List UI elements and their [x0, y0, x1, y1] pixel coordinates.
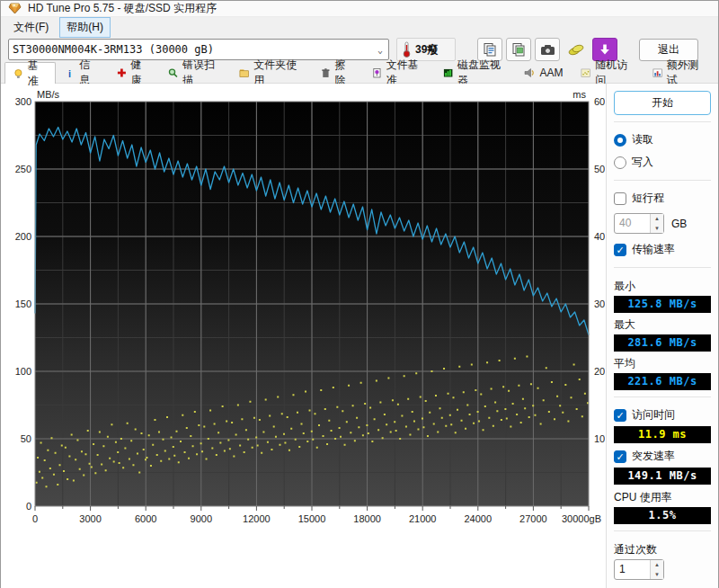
- max-label: 最大: [614, 317, 711, 333]
- arrow-down-icon[interactable]: ▼: [651, 570, 663, 580]
- svg-text:30000gB: 30000gB: [562, 513, 601, 524]
- temperature-value: 39癈: [415, 42, 438, 58]
- short-stroke-option[interactable]: ✓ 短行程: [614, 191, 711, 206]
- tab-info[interactable]: i信息: [56, 61, 107, 83]
- short-stroke-checkbox[interactable]: ✓: [614, 192, 626, 205]
- min-value: 125.8 MB/s: [614, 296, 711, 313]
- access-time-label: 访问时间: [632, 407, 675, 423]
- svg-text:0: 0: [26, 501, 31, 512]
- copy-image-button[interactable]: [506, 38, 531, 61]
- svg-text:250: 250: [15, 164, 31, 174]
- save-button[interactable]: [564, 38, 589, 61]
- access-time-value: 11.9 ms: [614, 426, 711, 443]
- tab-health[interactable]: 健康: [108, 61, 159, 83]
- svg-text:MB/s: MB/s: [37, 89, 60, 100]
- svg-text:24000: 24000: [465, 513, 493, 524]
- burst-rate-checkbox[interactable]: ✓: [614, 450, 626, 463]
- avg-value: 221.6 MB/s: [614, 373, 711, 390]
- menu-bar: 文件(F) 帮助(H): [1, 17, 718, 38]
- download-arrow-icon: [599, 43, 611, 56]
- read-option[interactable]: 读取: [614, 132, 711, 147]
- pass-count-stepper-arrows[interactable]: ▲▼: [650, 560, 663, 579]
- copy-text-icon: [483, 42, 497, 57]
- avg-label: 平均: [614, 356, 711, 371]
- arrow-up-icon[interactable]: ▲: [651, 560, 663, 570]
- svg-text:40: 40: [594, 231, 605, 242]
- svg-text:100: 100: [15, 366, 31, 377]
- access-time-option[interactable]: ✓ 访问时间: [614, 407, 711, 423]
- copy-image-icon: [511, 42, 526, 57]
- tab-benchmark[interactable]: 基准: [4, 62, 56, 84]
- capacity-value: 40: [615, 214, 650, 233]
- read-radio[interactable]: [614, 134, 626, 147]
- title-bar: HD Tune Pro 5.75 - 硬盘/SSD 实用程序: [1, 1, 718, 17]
- tab-error-scan[interactable]: 错误扫描: [159, 61, 230, 83]
- drive-select-value: ST30000NM004K-3RM133 (30000 gB): [13, 43, 376, 56]
- tab-aam[interactable]: AAM: [515, 61, 572, 83]
- short-stroke-label: 短行程: [632, 191, 664, 206]
- menu-help[interactable]: 帮助(H): [59, 17, 111, 38]
- max-value: 281.6 MB/s: [614, 334, 711, 352]
- tab-disk-monitor[interactable]: 磁盘监视器: [434, 61, 515, 83]
- pass-count-label: 通过次数: [614, 542, 711, 557]
- thermometer-icon: [403, 41, 411, 58]
- erase-icon: [321, 67, 331, 78]
- menu-file[interactable]: 文件(F): [6, 17, 56, 38]
- app-logo-icon: [8, 3, 22, 14]
- random-access-icon: [581, 67, 590, 78]
- svg-text:60: 60: [594, 96, 605, 107]
- transfer-rate-checkbox[interactable]: ✓: [614, 244, 626, 256]
- extra-tests-icon: [652, 67, 662, 78]
- svg-text:3000: 3000: [79, 513, 101, 524]
- burst-rate-value: 149.1 MB/s: [614, 468, 711, 485]
- transfer-rate-option[interactable]: ✓ 传输速率: [614, 242, 711, 257]
- tab-file-benchmark[interactable]: 文件基准: [363, 61, 434, 83]
- read-label: 读取: [632, 132, 653, 147]
- svg-text:18000: 18000: [353, 513, 381, 524]
- health-icon: [117, 67, 127, 78]
- screenshot-button[interactable]: [535, 38, 560, 61]
- tab-random-access[interactable]: 随机访问: [572, 61, 643, 83]
- pass-count-value: 1: [615, 560, 650, 579]
- tab-label: AAM: [539, 67, 563, 79]
- arrow-down-icon[interactable]: ▼: [651, 224, 663, 234]
- arrow-up-icon[interactable]: ▲: [651, 214, 663, 224]
- svg-text:9000: 9000: [191, 513, 212, 524]
- file-benchmark-icon: [372, 67, 382, 78]
- side-panel: 开始 读取 写入 ✓ 短行程 40 ▲▼ GB: [606, 84, 718, 588]
- benchmark-chart: 300250200150100500MB/s605040302010ms0300…: [1, 84, 606, 588]
- svg-text:300: 300: [15, 96, 31, 107]
- tab-folder-usage[interactable]: 文件夹使用: [230, 61, 311, 83]
- svg-text:50: 50: [594, 164, 605, 174]
- svg-text:30: 30: [594, 298, 605, 309]
- write-label: 写入: [632, 155, 653, 170]
- cpu-usage-value: 1.5%: [614, 507, 711, 524]
- tab-extra-tests[interactable]: 额外测试: [644, 61, 715, 83]
- pass-count-stepper[interactable]: 1 ▲▼: [614, 559, 664, 580]
- svg-text:15000: 15000: [298, 513, 326, 524]
- folder-usage-icon: [239, 67, 249, 78]
- burst-rate-option[interactable]: ✓ 突发速率: [614, 449, 711, 464]
- aam-icon: [524, 67, 535, 78]
- svg-text:50: 50: [21, 433, 31, 444]
- svg-text:ms: ms: [573, 89, 586, 100]
- coins-icon: [568, 43, 584, 56]
- capacity-stepper[interactable]: 40 ▲▼: [614, 213, 664, 234]
- capacity-stepper-arrows[interactable]: ▲▼: [650, 214, 663, 233]
- start-button[interactable]: 开始: [614, 91, 711, 115]
- svg-text:150: 150: [15, 298, 31, 309]
- access-time-checkbox[interactable]: ✓: [614, 409, 626, 422]
- benchmark-icon: [13, 68, 23, 79]
- svg-text:10: 10: [594, 433, 605, 444]
- capacity-unit: GB: [671, 218, 687, 230]
- svg-text:200: 200: [15, 231, 31, 242]
- disk-monitor-icon: [443, 67, 453, 78]
- write-radio[interactable]: [614, 156, 626, 169]
- window-title: HD Tune Pro 5.75 - 硬盘/SSD 实用程序: [28, 1, 217, 16]
- burst-rate-label: 突发速率: [632, 449, 675, 464]
- svg-text:6000: 6000: [135, 513, 156, 524]
- info-icon: i: [65, 67, 75, 78]
- svg-text:27000: 27000: [519, 513, 547, 524]
- write-option[interactable]: 写入: [614, 155, 711, 170]
- tab-erase[interactable]: 擦除: [312, 61, 363, 83]
